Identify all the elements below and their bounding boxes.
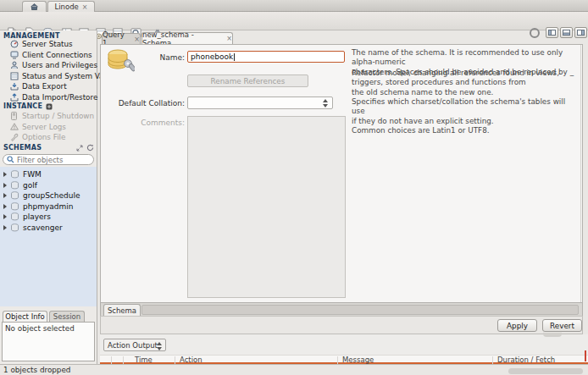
close-icon[interactable]: × [82,3,88,11]
schemas-section-header: SCHEMAS [3,144,42,152]
schema-icon [10,212,19,221]
main-toolbar: f [0,12,588,30]
info-tab-bar: Object Info Session [0,310,97,322]
object-info-panel: No object selected [2,322,95,361]
status-bar: 1 objects dropped [0,364,588,375]
expand-arrow-icon[interactable] [3,183,7,188]
schema-tree-item-fwm[interactable]: FWM [0,169,97,180]
schema-icon [10,181,19,190]
close-icon[interactable]: × [226,35,232,42]
sidebar-item-server-logs: Server Logs [0,122,97,133]
apply-button[interactable]: Apply [497,319,537,332]
tab-new-schema[interactable]: new_schema - Schema × [141,32,233,44]
sidebar-item-server-status[interactable]: Server Status [0,39,97,50]
sidebar-item-status-system-variables[interactable]: Status and System Variables [0,71,97,82]
comments-label: Comments: [135,119,185,127]
expand-panel-icon[interactable] [76,145,83,152]
schema-tree: FWM golf groupSchedule phpmyadmin player… [0,167,97,306]
expand-arrow-icon[interactable] [3,214,7,219]
schema-tree-item-players[interactable]: players [0,212,97,223]
schema-name-input[interactable]: phonebook [187,51,345,63]
connection-tab-label: Linode [54,3,78,11]
status-text: 1 objects dropped [3,366,70,374]
instance-section-header: INSTANCE [3,102,42,110]
tab-schema[interactable]: Schema [103,304,141,316]
horizontal-scrollbar[interactable] [508,368,583,374]
schema-tree-item-scavenger[interactable]: scavenger [0,223,97,234]
column-action[interactable]: Action [180,356,202,364]
status-variables-icon [7,72,21,80]
column-duration-fetch[interactable]: Duration / Fetch [497,356,555,364]
apply-revert-bar: Apply Revert [100,316,583,334]
text-caret [234,53,235,61]
schema-tree-item-groupschedule[interactable]: groupSchedule [0,190,97,201]
name-label: Name: [136,53,185,62]
help-panel: The name of the schema. It is recommende… [349,45,581,302]
schema-icon [10,170,19,179]
tab-query-1[interactable]: Query 1 × [102,33,141,44]
close-icon[interactable]: × [134,36,140,43]
server-logs-icon [7,123,21,130]
expand-arrow-icon[interactable] [3,172,7,177]
column-time[interactable]: Time [135,356,153,364]
client-connections-icon [7,51,21,59]
home-tab[interactable] [22,1,47,12]
sidebar-item-data-export[interactable]: Data Export [0,81,97,92]
output-panel: Action Output Time Action Message Durati… [100,334,588,364]
schema-tree-item-phpmyadmin[interactable]: phpmyadmin [0,201,97,212]
help-refactor: Refactor model, changing all references … [352,69,579,97]
data-export-icon [7,82,21,91]
sidebar-item-users-privileges[interactable]: Users and Privileges [0,60,97,71]
sidebar-item-data-import[interactable]: Data Import/Restore [0,92,97,103]
filter-objects-input[interactable] [17,156,85,164]
column-message[interactable]: Message [342,356,374,364]
schema-icon [10,223,19,232]
sidebar: MANAGEMENT Server Status Client Connecti… [0,30,97,364]
tab-bar-groove [141,305,579,315]
splitter-handle[interactable] [543,333,562,337]
object-info-text: No object selected [5,324,75,333]
spinner-arrows-icon[interactable] [157,342,162,350]
sidebar-item-options-file: Options File [0,132,97,143]
schema-tree-item-golf[interactable]: golf [0,180,97,191]
highlight-edge [585,350,586,361]
options-file-icon [7,133,21,141]
editor-bottom-tab-bar: Schema [100,303,583,316]
rename-references-button[interactable]: Rename References [187,74,308,87]
tab-object-info[interactable]: Object Info [3,311,47,322]
expand-arrow-icon[interactable] [3,204,7,209]
instance-actions-icon[interactable] [46,103,53,110]
home-icon [31,3,38,10]
users-privileges-icon [7,61,21,69]
schema-icon [10,191,19,200]
output-table-header: Time Action Message Duration / Fetch [100,355,588,364]
expand-arrow-icon[interactable] [3,225,7,230]
search-icon [7,156,14,163]
refresh-schemas-icon[interactable] [86,144,94,152]
sidebar-item-client-connections[interactable]: Client Connections [0,50,97,61]
spinner-arrows-icon[interactable] [323,99,328,108]
tab-session[interactable]: Session [49,311,85,322]
help-collation: Specifies which charset/collation the sc… [352,97,579,136]
server-status-icon [7,40,21,48]
action-output-select[interactable]: Action Output [103,339,166,351]
revert-button[interactable]: Revert [542,319,582,332]
startup-shutdown-icon [7,112,21,120]
schema-filter-box[interactable] [3,154,94,165]
connection-tab-linode[interactable]: Linode × [47,1,95,12]
expand-arrow-icon[interactable] [3,193,7,198]
sidebar-item-startup-shutdown: Startup / Shutdown [0,111,97,122]
default-collation-label: Default Collation: [118,99,185,108]
window-tab-bar: Linode × [0,0,588,12]
schema-icon [10,202,19,211]
schema-editor-icon [106,48,135,74]
schema-editor: Name: phonebook Rename References Defaul… [100,44,583,303]
data-import-icon [7,93,21,102]
default-collation-select[interactable] [187,97,333,109]
editor-tab-bar: Query 1 × new_schema - Schema × [100,32,583,44]
comments-textarea[interactable] [187,116,346,298]
